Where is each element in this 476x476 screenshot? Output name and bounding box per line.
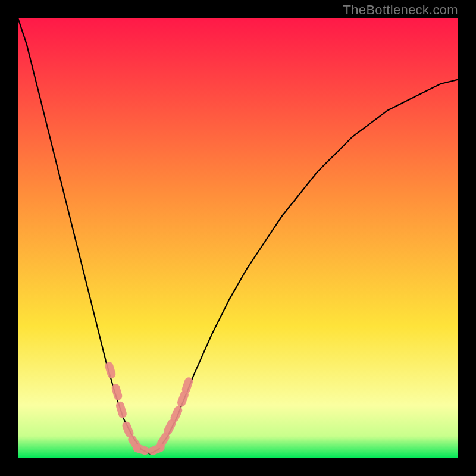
watermark-text: TheBottleneck.com [343, 2, 458, 18]
frame: TheBottleneck.com [0, 0, 476, 476]
gradient-background [18, 18, 458, 458]
chart-svg [18, 18, 458, 458]
plot-area [18, 18, 458, 458]
